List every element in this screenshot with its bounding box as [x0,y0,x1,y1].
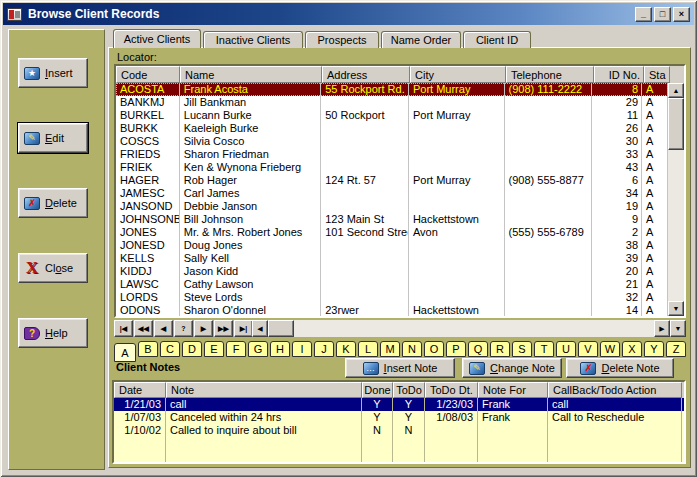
column-header-sta[interactable]: Sta [644,66,670,83]
notes-column-header-date[interactable]: Date [114,382,166,398]
first-record-button[interactable]: |◀ [114,320,133,337]
letter-tab-r[interactable]: R [490,341,510,357]
client-row-johnsonb[interactable]: JOHNSONBBill Johnson123 Main StHackettst… [116,213,668,226]
column-dropdown-icon[interactable]: ▼ [670,320,686,337]
client-row-hager[interactable]: HAGERRob Hager124 Rt. 57Port Murray(908)… [116,174,668,187]
note-row-3[interactable]: 1/10/02Called to inquire about billNN [114,424,684,437]
client-row-coscs[interactable]: COSCSSilvia Cosco30A [116,135,668,148]
letter-tab-u[interactable]: U [556,341,576,357]
edit-button[interactable]: ✎Edit [18,123,88,153]
vertical-scroll-thumb[interactable] [668,98,684,150]
letter-tab-x[interactable]: X [622,341,642,357]
scroll-down-icon[interactable]: ▼ [668,301,684,316]
letter-tab-i[interactable]: I [292,341,312,357]
letter-tab-c[interactable]: C [160,341,180,357]
letter-tab-w[interactable]: W [600,341,620,357]
insert-button[interactable]: ★Insert [18,58,88,88]
horizontal-scroll-thumb[interactable] [268,320,294,337]
close-window-button[interactable]: × [673,7,690,22]
locate-record-button[interactable]: ? [174,320,193,337]
horizontal-scroll-track[interactable] [294,320,654,337]
client-grid-vertical-scrollbar[interactable]: ▲ ▼ [668,83,684,316]
maximize-button[interactable]: □ [654,7,671,22]
notes-column-header-note[interactable]: Note [166,382,362,398]
column-header-address[interactable]: Address [322,66,410,83]
notes-column-header-todo[interactable]: ToDo [393,382,425,398]
client-row-burkk[interactable]: BURKKKaeleigh Burke26A [116,122,668,135]
next-record-button[interactable]: ▶ [194,320,213,337]
letter-tab-p[interactable]: P [446,341,466,357]
letter-tab-m[interactable]: M [380,341,400,357]
scroll-up-icon[interactable]: ▲ [668,83,684,98]
client-row-frieds[interactable]: FRIEDSSharon Friedman33A [116,148,668,161]
prev-record-button[interactable]: ◀ [154,320,173,337]
vertical-scroll-track[interactable] [668,150,684,301]
delete-button[interactable]: ✗Delete [18,188,88,218]
minimize-button[interactable]: _ [635,7,652,22]
column-header-name[interactable]: Name [180,66,322,83]
cell-city [409,265,505,278]
note-row-2[interactable]: 1/07/03Canceled within 24 hrsYY1/08/03Fr… [114,411,684,424]
next-page-button[interactable]: ▶▶ [214,320,233,337]
letter-tab-k[interactable]: K [336,341,356,357]
column-header-city[interactable]: City [410,66,506,83]
client-row-burkel[interactable]: BURKELLucann Burke50 RockportPort Murray… [116,109,668,122]
client-row-kells[interactable]: KELLSSally Kell39A [116,252,668,265]
column-header-telephone[interactable]: Telephone [506,66,594,83]
note-row-1[interactable]: 1/21/03callYY1/23/03Frankcall [114,398,684,411]
tab-client-id[interactable]: Client ID [463,31,531,48]
column-header-code[interactable]: Code [116,66,180,83]
notes-column-header-todo-dt[interactable]: ToDo Dt. [425,382,478,398]
client-row-jonesd[interactable]: JONESDDoug Jones38A [116,239,668,252]
letter-tab-s[interactable]: S [512,341,532,357]
notes-column-header-done[interactable]: Done [362,382,393,398]
letter-tab-v[interactable]: V [578,341,598,357]
client-row-lords[interactable]: LORDSSteve Lords32A [116,291,668,304]
letter-tab-b[interactable]: B [138,341,158,357]
tab-prospects[interactable]: Prospects [305,31,379,48]
cell-telephone [505,291,593,304]
letter-tab-n[interactable]: N [402,341,422,357]
cell-city: Avon [409,226,505,239]
letter-tab-o[interactable]: O [424,341,444,357]
letter-tab-a[interactable]: A [114,343,136,362]
change-note-button[interactable]: ✎Change Note [462,358,562,378]
scroll-right-icon[interactable]: ▶ [654,320,670,337]
tab-inactive-clients[interactable]: Inactive Clients [203,31,303,48]
letter-tab-q[interactable]: Q [468,341,488,357]
letter-tab-h[interactable]: H [270,341,290,357]
client-row-friek[interactable]: FRIEKKen & Wynona Frieberg43A [116,161,668,174]
delete-note-button[interactable]: ✗Delete Note [566,358,674,378]
notes-column-header-note-for[interactable]: Note For [478,382,548,398]
client-grid-horizontal-scrollbar[interactable]: ◀ ▶ ▼ [252,320,686,337]
client-row-odons[interactable]: ODONSSharon O'donnel23rwerHackettstown14… [116,304,668,316]
column-header-id-no[interactable]: ID No. [594,66,644,83]
client-row-lawsc[interactable]: LAWSCCathy Lawson21A [116,278,668,291]
close-button[interactable]: XClose [18,253,88,283]
letter-tab-t[interactable]: T [534,341,554,357]
client-row-jansond[interactable]: JANSONDDebbie Janson19A [116,200,668,213]
client-row-kiddj[interactable]: KIDDJJason Kidd20A [116,265,668,278]
client-row-acosta[interactable]: ACOSTAFrank Acosta55 Rockport Rd.Port Mu… [116,83,668,96]
last-record-button[interactable]: ▶| [234,320,253,337]
prev-page-button[interactable]: ◀◀ [134,320,153,337]
letter-tab-f[interactable]: F [226,341,246,357]
letter-tab-e[interactable]: E [204,341,224,357]
letter-tab-y[interactable]: Y [644,341,664,357]
client-row-jones[interactable]: JONESMr. & Mrs. Robert Jones101 Second S… [116,226,668,239]
help-button[interactable]: ?Help [18,318,88,348]
notes-column-header-callback-todo-action[interactable]: CallBack/Todo Action [548,382,682,398]
tab-active-clients[interactable]: Active Clients [113,29,201,48]
letter-tab-z[interactable]: Z [666,341,686,357]
client-row-jamesc[interactable]: JAMESCCarl James34A [116,187,668,200]
tab-name-order[interactable]: Name Order [381,31,461,48]
insert-note-button[interactable]: …Insert Note [345,358,455,378]
client-row-bankmj[interactable]: BANKMJJill Bankman29A [116,96,668,109]
letter-tab-j[interactable]: J [314,341,334,357]
cell-city: Port Murray [409,83,505,96]
letter-tab-l[interactable]: L [358,341,378,357]
letter-tab-d[interactable]: D [182,341,202,357]
cell-address: 124 Rt. 57 [321,174,409,187]
letter-tab-g[interactable]: G [248,341,268,357]
scroll-left-icon[interactable]: ◀ [252,320,268,337]
